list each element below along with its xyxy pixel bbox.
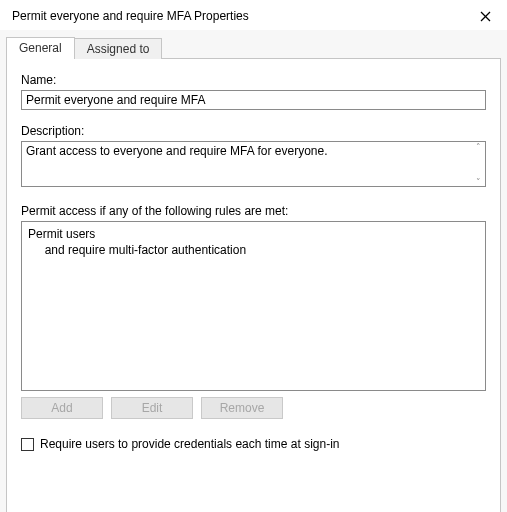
tab-panel-general: Name: Description: ˄ ˅ Permit access if … (6, 58, 501, 512)
window-titlebar: Permit everyone and require MFA Properti… (0, 0, 507, 30)
scroll-down-icon[interactable]: ˅ (471, 177, 485, 189)
tab-general[interactable]: General (6, 37, 75, 59)
rules-list[interactable]: Permit users and require multi-factor au… (21, 221, 486, 391)
name-section: Name: (21, 73, 486, 110)
tab-region: General Assigned to Name: Description: ˄… (0, 30, 507, 512)
description-input[interactable] (21, 141, 486, 187)
description-scroll: ˄ ˅ (471, 142, 485, 189)
edit-button[interactable]: Edit (111, 397, 193, 419)
close-icon (480, 11, 491, 22)
rules-label: Permit access if any of the following ru… (21, 204, 486, 218)
tab-assigned-to[interactable]: Assigned to (74, 38, 163, 59)
window-title: Permit everyone and require MFA Properti… (12, 9, 249, 23)
rules-section: Permit access if any of the following ru… (21, 204, 486, 391)
description-label: Description: (21, 124, 486, 138)
close-button[interactable] (473, 6, 497, 26)
description-section: Description: ˄ ˅ (21, 124, 486, 190)
require-credentials-checkbox[interactable] (21, 438, 34, 451)
tab-strip: General Assigned to (6, 36, 501, 59)
name-label: Name: (21, 73, 486, 87)
rules-button-row: Add Edit Remove (21, 397, 486, 419)
add-button[interactable]: Add (21, 397, 103, 419)
remove-button[interactable]: Remove (201, 397, 283, 419)
name-input[interactable] (21, 90, 486, 110)
require-credentials-label: Require users to provide credentials eac… (40, 437, 339, 451)
scroll-up-icon[interactable]: ˄ (471, 142, 485, 154)
require-credentials-row: Require users to provide credentials eac… (21, 437, 486, 451)
